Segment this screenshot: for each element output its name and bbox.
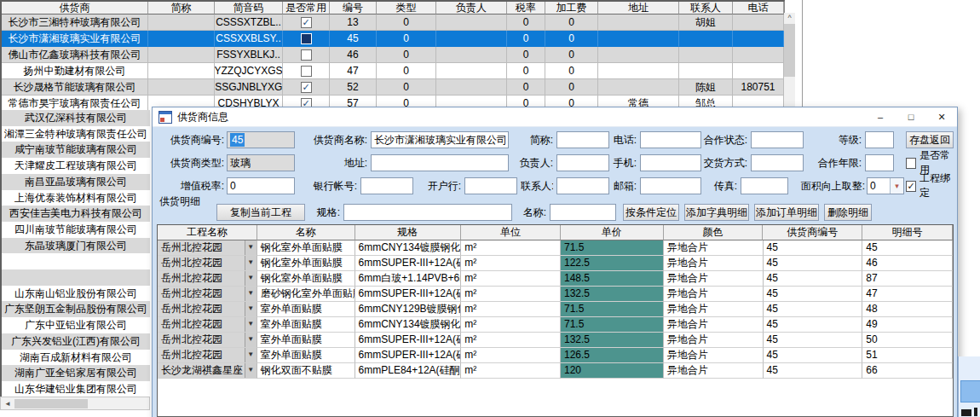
detail-column-header[interactable]: 单价 — [561, 225, 664, 240]
list-item[interactable]: 山东南山铝业股份有限公司 — [2, 286, 150, 303]
detail-column-header[interactable]: 明细号 — [862, 225, 953, 240]
detail-cell[interactable]: 122.5 — [561, 256, 664, 271]
chevron-down-icon[interactable]: ▼ — [245, 363, 257, 378]
column-header[interactable]: 地址 — [598, 2, 679, 14]
input-field[interactable] — [556, 131, 609, 148]
detail-cell[interactable]: 71.5 — [561, 240, 664, 256]
input-field[interactable] — [640, 131, 701, 148]
scroll-up-icon[interactable]: ^ — [784, 13, 795, 23]
list-item[interactable]: 广东中亚铝业有限公司 — [2, 317, 150, 334]
minimize-button[interactable]: – — [865, 107, 896, 126]
input-field[interactable]: 长沙市潇湘玻璃实业有限公司 — [371, 131, 509, 148]
list-item[interactable]: 湘潭三金特种玻璃有限责任公司 — [2, 126, 150, 143]
input-field[interactable] — [371, 154, 509, 171]
list-item[interactable]: 西安佳吉美电力科技有限公司 — [2, 206, 150, 223]
copy-current-project-button[interactable]: 复制当前工程 — [216, 204, 305, 221]
chevron-down-icon[interactable]: ▼ — [245, 256, 257, 270]
table-row[interactable]: 长沙市三湘特种玻璃有限公司CSSSXTZBL..✓13000胡姐 — [2, 14, 784, 31]
checkbox-icon[interactable] — [906, 158, 916, 169]
table-row[interactable]: 长沙晟格节能玻璃有限公司CSSGJNBLYXGS✓52000陈姐180751 — [2, 79, 784, 96]
project-bind-checkbox[interactable]: ✓ 工程绑定 — [906, 177, 957, 194]
dropdown-arrow-icon[interactable]: ▾ — [890, 178, 903, 194]
detail-row[interactable]: 岳州北控花园▼室外单面贴膜6mmSUPER-III+12A(硅..m²132.5… — [158, 333, 953, 348]
list-item[interactable]: 咸宁南玻节能玻璃有限公司 — [2, 142, 150, 159]
detail-row[interactable]: 岳州北控花园▼钢化室外单面贴膜6mm白玻+1.14PVB+6mm..m²148.… — [158, 271, 953, 287]
input-field[interactable] — [751, 131, 804, 148]
input-field[interactable]: 0 — [227, 177, 295, 194]
common-checkbox[interactable] — [301, 49, 312, 61]
chevron-down-icon[interactable]: ▼ — [245, 287, 257, 301]
column-header[interactable]: 编号 — [330, 2, 377, 14]
input-field[interactable]: 45 — [227, 131, 295, 148]
detail-column-header[interactable]: 工程名称 — [158, 225, 257, 240]
project-combo-cell[interactable]: 岳州北控花园▼ — [158, 302, 257, 317]
scroll-left-icon[interactable]: ◄ — [3, 398, 13, 408]
detail-cell[interactable]: 148.5 — [561, 271, 664, 287]
is-common-checkbox[interactable]: 是否常用 — [906, 154, 957, 171]
add-order-detail-button[interactable]: 添加订单明细 — [754, 204, 819, 221]
list-item[interactable]: 湖南百成新材料有限公司 — [2, 350, 150, 367]
project-combo-cell[interactable]: 岳州北控花园▼ — [158, 287, 257, 302]
delete-detail-button[interactable]: 删除明细 — [824, 204, 872, 221]
detail-cell[interactable]: 126.5 — [561, 348, 664, 363]
checkbox-checked-icon[interactable]: ✓ — [906, 181, 916, 192]
list-item[interactable] — [2, 269, 150, 287]
input-field[interactable] — [556, 154, 609, 171]
detail-row[interactable]: 岳州北控花园▼室外单面贴膜6mmCNY134镀膜钢化m²71.5异地合片4549 — [158, 317, 953, 333]
column-header[interactable]: 负责人 — [436, 2, 507, 14]
input-field[interactable] — [865, 154, 894, 171]
list-item[interactable] — [2, 253, 150, 270]
detail-column-header[interactable]: 颜色 — [664, 225, 764, 240]
detail-column-header[interactable]: 单位 — [461, 225, 561, 240]
horizontal-scrollbar[interactable]: ◄ — [0, 397, 150, 410]
close-button[interactable]: ✕ — [926, 107, 957, 126]
column-header[interactable]: 简音码 — [215, 2, 283, 14]
detail-row[interactable]: 岳州北控花园▼钢化室外单面贴膜6mmCNY134镀膜钢化m²71.5异地合片45… — [158, 240, 953, 256]
detail-row[interactable]: 长沙龙湖祺鑫星座▼钢化双面不贴膜6mmPLE84+12A(硅酮胶..m²120异… — [158, 363, 953, 379]
table-row[interactable]: 佛山市亿鑫玻璃科技有限公司FSSYXBLKJ..46000 — [2, 47, 784, 63]
chevron-down-icon[interactable]: ▼ — [245, 348, 257, 362]
list-item[interactable]: 南昌亚晶玻璃有限公司 — [2, 174, 150, 191]
common-checkbox[interactable]: ✓ — [301, 17, 312, 28]
common-checkbox[interactable] — [301, 33, 312, 44]
input-field[interactable]: 玻璃 — [227, 154, 295, 171]
column-header[interactable]: 联系人 — [679, 2, 733, 14]
column-header[interactable]: 是否常用 — [283, 2, 330, 14]
scrollbar-thumb[interactable] — [784, 24, 795, 77]
list-item[interactable]: 山东华建铝业集团有限公司 — [2, 381, 150, 397]
input-field[interactable]: 0▾ — [867, 177, 904, 194]
input-field[interactable] — [640, 154, 701, 171]
common-checkbox[interactable]: ✓ — [301, 82, 312, 93]
column-header[interactable]: 简称 — [148, 2, 215, 14]
spec-filter-input[interactable] — [343, 204, 512, 221]
input-field[interactable] — [556, 177, 609, 194]
name-filter-input[interactable] — [550, 204, 616, 221]
detail-cell[interactable]: 71.5 — [561, 317, 664, 333]
detail-cell[interactable]: 71.5 — [561, 302, 664, 317]
save-return-button[interactable]: 存盘返回 — [906, 131, 954, 148]
chevron-down-icon[interactable]: ▼ — [245, 240, 257, 255]
locate-by-condition-button[interactable]: 按条件定位 — [623, 204, 679, 221]
common-checkbox[interactable] — [301, 66, 312, 77]
maximize-button[interactable]: □ — [896, 107, 926, 126]
list-item[interactable]: 东晶玻璃厦门有限公司 — [2, 238, 150, 255]
chevron-down-icon[interactable]: ▼ — [245, 333, 257, 347]
detail-column-header[interactable]: 规格 — [355, 225, 462, 240]
list-item[interactable]: 湖南广亚全铝家居有限公司 — [2, 365, 150, 382]
hscrollbar-thumb[interactable] — [14, 399, 88, 408]
project-combo-cell[interactable]: 岳州北控花园▼ — [158, 333, 257, 348]
project-combo-cell[interactable]: 岳州北控花园▼ — [158, 317, 257, 333]
project-combo-cell[interactable]: 岳州北控花园▼ — [158, 256, 257, 271]
input-field[interactable] — [640, 177, 701, 194]
detail-row[interactable]: 岳州北控花园▼磨砂钢化室外单面贴膜6mmSUPER-III+12A(硅..m²1… — [158, 287, 953, 302]
add-dictionary-detail-button[interactable]: 添加字典明细 — [684, 204, 749, 221]
table-row[interactable]: 长沙市潇湘玻璃实业有限公司CSSXXBLSY..45000 — [2, 31, 784, 47]
column-header[interactable]: 加工费 — [545, 2, 598, 14]
chevron-down-icon[interactable]: ▼ — [245, 302, 257, 316]
chevron-down-icon[interactable]: ▼ — [245, 317, 257, 332]
column-header[interactable]: 电话 — [733, 2, 784, 14]
detail-row[interactable]: 岳州北控花园▼室外单面贴膜6mmSUPER-III+12A(硅..m²126.5… — [158, 348, 953, 363]
list-item[interactable]: 上海优泰装饰材料有限公司 — [2, 190, 150, 207]
detail-row[interactable]: 岳州北控花园▼室外单面贴膜6mmCNY129B镀膜钢化m²71.5异地合片454… — [158, 302, 953, 317]
input-field[interactable] — [865, 131, 894, 148]
